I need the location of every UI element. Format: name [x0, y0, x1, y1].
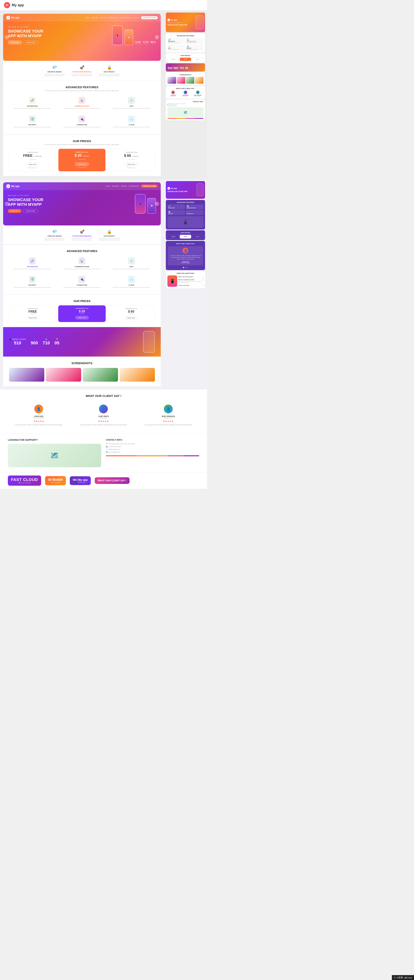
purple-feat-sec-icon: 🛡️ — [29, 276, 36, 283]
mini-feat-1-icon: 🔗 — [168, 38, 184, 41]
purple-mini-faq-title: FREE ASK QUESTIONS — [167, 272, 204, 274]
purple-mini-feat-3-title: SECURITY — [168, 213, 184, 214]
feat-cloud-icon: ☁️ — [128, 115, 135, 123]
faq-toggle-2[interactable]: + — [203, 279, 204, 280]
nav-contact[interactable]: CONTACT — [132, 17, 139, 18]
faq-toggle-3[interactable]: + — [203, 285, 204, 286]
purple-enterprise-period: / MONTH — [61, 313, 103, 314]
purple-feat-privacy-title: DATA PRIVACY — [99, 235, 120, 237]
plan-startup-period: / FOREVER — [33, 156, 42, 157]
slider-arrow-right[interactable]: › — [155, 35, 159, 40]
purple-pricing: OUR PRICES STARTUP PLAN FREE / FOREVER A… — [3, 295, 161, 327]
feature-creative-desc: Lorem ipsum dolor sit amet, consectetur … — [44, 73, 65, 76]
hero-orange: m My app HOME FEATURES PRICING SCREENSHO… — [3, 14, 161, 61]
feat-communications: 📡 COMMUNICATIONS Lorem ipsum dolor sit a… — [59, 95, 105, 111]
purple-nav-home[interactable]: HOME — [106, 185, 110, 187]
purple-download-btn[interactable]: DOWNLOAD — [8, 209, 21, 213]
feature-privacy-desc: Lorem ipsum dolor sit amet, consectetur … — [99, 73, 120, 76]
features-row: 💎 CREATIVE DESIGN Lorem ipsum dolor sit … — [3, 61, 161, 81]
purple-feat-cloud-desc: Lorem ipsum dolor sit amet, consectetur … — [110, 286, 153, 288]
mini-screenshots-title: SCREENSHOTS — [167, 74, 204, 76]
plan-startup-price: FREE / FOREVER — [12, 154, 53, 158]
purple-phone-screen-1: 📱 — [135, 194, 145, 213]
pricing-60-text: 60 MoNtH — [48, 478, 63, 482]
feat-fast-title: FAST — [110, 105, 153, 107]
plan-startup-btn[interactable]: Always Open — [25, 162, 40, 166]
purple-pricing-grid: STARTUP PLAN FREE / FOREVER Always Open … — [9, 305, 155, 322]
test-3-text: Lorem ipsum dolor sit amet consectetur a… — [140, 424, 196, 426]
feat-communications-icon: 📡 — [78, 97, 86, 104]
slider-arrow-left[interactable]: ‹ — [5, 35, 9, 40]
purple-arrow-left[interactable]: ‹ — [5, 202, 9, 206]
fast-cloud-sub: ☁️ Cloud Hosting — [11, 482, 38, 484]
support-left: LOOKING FOR SUPPORT? 🗺️ — [8, 439, 101, 467]
feat-cloud: ☁️ CLOUD Lorem ipsum dolor sit amet, con… — [108, 114, 155, 129]
test-3-name: BOB JOHNSON — [140, 415, 196, 417]
purple-stat-4-label: 🏆 — [54, 338, 59, 340]
feature-performance-desc: Lorem ipsum dolor sit amet, consectetur … — [71, 73, 93, 76]
download-btn[interactable]: DOWNLOAD — [8, 41, 22, 44]
nav-screenshots[interactable]: SCREENSHOTS — [108, 17, 119, 18]
faq-item-3: Is there a free trial? + — [178, 284, 204, 287]
mini-plan-enterprise-label: $ 20 — [180, 59, 190, 60]
plan-enterprise-btn[interactable]: Always Open — [75, 162, 89, 166]
contact-item-3: ✉️ info@myapp.com — [106, 449, 199, 450]
advanced-features-section: ADVANCED FEATURES Lorem ipsum dolor sit … — [3, 81, 161, 134]
purple-stat-2-num: 900 — [31, 340, 38, 345]
purple-enterprise-name: ENTERPRISE PLAN — [61, 308, 103, 309]
purple-nav-screenshots[interactable]: SCREENSHOTS — [129, 185, 139, 187]
plan-unlimited: UNLIMITED PLAN $ 60 / MONTH Free Tutoria… — [108, 149, 155, 171]
dot-1[interactable] — [185, 267, 186, 268]
purple-unlimited-btn[interactable]: Always Open — [125, 316, 138, 320]
purple-feat-comm-icon: 📡 — [78, 257, 86, 264]
purple-screenshots: SCREENSHOTS — [3, 357, 161, 386]
client-say-badge: WHAT OUR CLIENT SAY ! — [95, 477, 130, 484]
plan-startup-name: STARTUP PLAN — [12, 152, 53, 153]
nav-features[interactable]: FEATURES — [91, 17, 99, 18]
purple-feature-privacy: 🔒 DATA PRIVACY Lorem ipsum dolor sit ame… — [99, 229, 120, 241]
nav-home[interactable]: HOME — [85, 17, 89, 18]
purple-learn-btn[interactable]: LEARN MORE — [23, 209, 38, 213]
purple-nav: m My app HOME FEATURES PRICING SCREENSHO… — [3, 182, 161, 190]
purple-phone-mockups: 📱 ⌚ — [135, 194, 156, 214]
mini-feat-3-icon: ⚡ — [168, 46, 184, 48]
testimonial-card-3: 👤 BOB JOHNSON DEVELOPER ★★★★★ Lorem ipsu… — [137, 401, 199, 429]
mini-screenshots-section: SCREENSHOTS — [166, 72, 205, 85]
purple-cta-button[interactable]: CONTACT US NOW — [141, 185, 158, 188]
purple-nav-features[interactable]: FEATURES — [112, 185, 119, 187]
purple-nav-pricing[interactable]: PRICING — [121, 185, 127, 187]
purple-mini-feat-1-title: INTEGRATION — [168, 207, 184, 208]
test-2-avatar: 👤 — [99, 404, 108, 414]
purple-startup-btn[interactable]: Always Open — [26, 316, 39, 320]
mini-features-white: ADVANCED FEATURES 🔗 INTEGRATION Lorem ip… — [166, 33, 205, 52]
purple-feature-performance: 🚀 FASTER PERFORMANCE Lorem ipsum dolor s… — [71, 229, 93, 241]
mini-pricing: OUR PRICES FREE $ 20 $ 60 — [166, 53, 205, 62]
faq-q-3[interactable]: Is there a free trial? + — [178, 285, 204, 286]
nav-testimonials[interactable]: TESTIMONIALS — [121, 17, 131, 18]
purple-feat-phone: 📱 — [167, 216, 204, 228]
plan-unlimited-btn[interactable]: Always Open — [124, 162, 138, 166]
purple-feat-conn-icon: 🔌 — [78, 276, 86, 283]
purple-arrow-right[interactable]: › — [155, 202, 159, 206]
nav-pricing[interactable]: PRICING — [100, 17, 106, 18]
purple-unlimited-price: $ 60 — [110, 310, 152, 313]
faq-toggle-1[interactable]: + — [203, 276, 204, 277]
dot-2[interactable] — [187, 267, 188, 268]
dot-active[interactable] — [183, 267, 184, 268]
learn-btn[interactable]: LEARN MORE — [23, 41, 38, 44]
mini-title: SHOWCASE YOUR APP — [167, 24, 187, 26]
testimonials-title: WHAT OUR CLIENT SAY ! — [8, 394, 199, 398]
feat-security-icon: 🛡️ — [29, 115, 36, 123]
bar-seg-1 — [106, 455, 137, 456]
testimonials-section: WHAT OUR CLIENT SAY ! 👤 JOHN DOE CEO & F… — [0, 390, 207, 434]
purple-enterprise-btn[interactable]: Always Open — [75, 316, 88, 319]
faq-q-1[interactable]: What is the pricing policy? + — [178, 276, 204, 277]
faq-q-2[interactable]: How can I upgrade my plan? + — [178, 279, 204, 280]
nav-links: HOME FEATURES PRICING SCREENSHOTS TESTIM… — [85, 16, 158, 19]
purple-logo-circle: m — [6, 184, 10, 188]
phone-mockup-1: 📱 — [112, 25, 123, 45]
cta-button[interactable]: CONTACT US NOW — [141, 16, 158, 19]
faq-items: What is the pricing policy? + How can I … — [178, 275, 204, 287]
mini-feat-grid: 🔗 INTEGRATION Lorem ipsum dolor amet 📡 C… — [167, 38, 204, 51]
purple-mini-adv-title: ADVANCED FEATURES — [167, 202, 204, 203]
